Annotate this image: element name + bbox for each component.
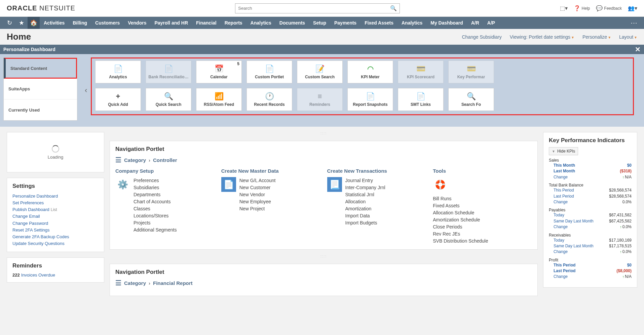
kpi-row[interactable]: Change↑0.0% xyxy=(549,224,632,230)
portlet-card-rss-atom-feed[interactable]: 📶RSS/Atom Feed xyxy=(196,88,242,111)
portlet-card-search-fo[interactable]: 🔍Search Fo xyxy=(448,88,494,111)
crumb-controller[interactable]: Controller xyxy=(153,157,177,163)
sidebar-item-standard-content[interactable]: Standard Content xyxy=(4,58,77,79)
feedback-link[interactable]: 💬Feedback xyxy=(596,5,622,11)
kpi-row[interactable]: Today$17,180,169 xyxy=(549,238,632,243)
kpi-row[interactable]: Change↑N/A xyxy=(549,274,632,280)
nav-link[interactable]: New Project xyxy=(239,205,276,212)
settings-link[interactable]: Personalize Dashboard xyxy=(12,193,99,200)
nav-link[interactable]: Journal Entry xyxy=(345,177,385,184)
portlet-card-kpi-meter[interactable]: ◠KPI Meter xyxy=(347,60,393,83)
portlet-card-custom-search[interactable]: 📝Custom Search xyxy=(297,60,343,83)
nav-analytics[interactable]: Analytics xyxy=(247,17,275,29)
nav-link[interactable]: Departments xyxy=(134,191,177,198)
kpi-row[interactable]: Last Month($318) xyxy=(549,168,632,174)
kpi-row[interactable]: Same Day Last Month$67,425,582 xyxy=(549,218,632,224)
settings-link[interactable]: Change Email xyxy=(12,213,99,220)
nav-billing[interactable]: Billing xyxy=(69,17,91,29)
menu-icon[interactable]: ☰ xyxy=(115,156,121,164)
nav-link[interactable]: New Vendor xyxy=(239,191,276,198)
nav-link[interactable]: New Employee xyxy=(239,198,276,205)
kpi-row[interactable]: This Period$28,568,574 xyxy=(549,187,632,193)
settings-link[interactable]: Set Preferences xyxy=(12,200,99,206)
kpi-row[interactable]: Last Period$28,568,574 xyxy=(549,194,632,199)
help-link[interactable]: ❓Help xyxy=(574,5,590,11)
nav-link[interactable]: Close Periods xyxy=(433,223,532,231)
settings-link[interactable]: Generate 2FA Backup Codes xyxy=(12,234,99,240)
nav-link[interactable]: Inter-Company Jrnl xyxy=(345,184,385,191)
settings-link[interactable]: Reset 2FA Settings xyxy=(12,227,99,234)
create-icon[interactable]: ⬚▾ xyxy=(560,5,568,11)
nav-link[interactable]: Chart of Accounts xyxy=(134,198,177,205)
crumb-financial-report[interactable]: Financial Report xyxy=(153,280,193,286)
nav-link[interactable]: Classes xyxy=(134,205,177,212)
viewing-dropdown[interactable]: Viewing: Portlet date settings▼ xyxy=(510,34,574,40)
kpi-row[interactable]: Today$67,431,582 xyxy=(549,212,632,218)
portlet-card-calendar[interactable]: 📅Calendar5 xyxy=(196,60,242,83)
portlet-card-quick-search[interactable]: 🔍Quick Search xyxy=(146,88,191,111)
nav-link[interactable]: New Customer xyxy=(239,184,276,191)
portlet-card-recent-records[interactable]: 🕐Recent Records xyxy=(247,88,292,111)
kpi-row[interactable]: Change0.0% xyxy=(549,199,632,205)
home-icon[interactable]: 🏠 xyxy=(28,17,40,29)
kpi-row[interactable]: This Month$0 xyxy=(549,163,632,168)
nav-link[interactable]: SVB Distribution Schedule xyxy=(433,238,532,245)
hide-kpis-button[interactable]: ▼ Hide KPIs xyxy=(549,147,578,155)
kpi-row[interactable]: Change↑N/A xyxy=(549,174,632,180)
portlet-card-quick-add[interactable]: +Quick Add xyxy=(95,88,141,111)
roles-icon[interactable]: 👥▾ xyxy=(628,5,637,11)
nav-link[interactable]: Projects xyxy=(134,219,177,226)
nav-link[interactable]: Amortization xyxy=(345,205,385,212)
settings-link[interactable]: Change Password xyxy=(12,220,99,227)
nav-link[interactable]: Import Data xyxy=(345,212,385,219)
nav-link[interactable]: New G/L Account xyxy=(239,177,276,184)
nav-payroll-and-hr[interactable]: Payroll and HR xyxy=(150,17,192,29)
nav-my-dashboard[interactable]: My Dashboard xyxy=(426,17,467,29)
nav-link[interactable]: Locations/Stores xyxy=(134,212,177,219)
nav-setup[interactable]: Setup xyxy=(309,17,330,29)
portlet-card-custom-portlet[interactable]: 📄Custom Portlet xyxy=(247,60,292,83)
kpi-row[interactable]: Change↑0.0% xyxy=(549,249,632,255)
nav-vendors[interactable]: Vendors xyxy=(124,17,150,29)
layout-dropdown[interactable]: Layout▼ xyxy=(619,34,637,40)
nav-link[interactable]: Import Budgets xyxy=(345,219,385,226)
personalize-dropdown[interactable]: Personalize▼ xyxy=(582,34,611,40)
nav-reports[interactable]: Reports xyxy=(221,17,247,29)
publish-list-link[interactable]: List xyxy=(51,207,57,212)
kpi-row[interactable]: Last Period($8,000) xyxy=(549,268,632,274)
history-icon[interactable]: ↻ xyxy=(3,17,15,29)
nav-link[interactable]: Rev Rec JEs xyxy=(433,231,532,238)
nav-fixed-assets[interactable]: Fixed Assets xyxy=(361,17,397,29)
nav-link[interactable]: Allocation xyxy=(345,198,385,205)
nav-link[interactable]: Additional Segments xyxy=(134,226,177,234)
nav-analytics[interactable]: Analytics xyxy=(397,17,426,29)
drag-handle-icon[interactable]: :::: xyxy=(110,132,538,135)
nav-link[interactable]: Subsidiaries xyxy=(134,184,177,191)
more-menu-icon[interactable]: ⋯ xyxy=(631,19,641,27)
nav-link[interactable]: Fixed Assets xyxy=(433,202,532,209)
nav-link[interactable]: Allocation Schedule xyxy=(433,209,532,216)
nav-activities[interactable]: Activities xyxy=(40,17,69,29)
nav-a-r[interactable]: A/R xyxy=(467,17,483,29)
nav-link[interactable]: Preferences xyxy=(134,177,177,184)
search-input[interactable] xyxy=(238,6,390,11)
sidebar-item-currently-used[interactable]: Currently Used xyxy=(4,99,77,120)
nav-financial[interactable]: Financial xyxy=(192,17,221,29)
sidebar-item-suiteapps[interactable]: SuiteApps xyxy=(4,79,77,99)
kpi-row[interactable]: This Period$0 xyxy=(549,262,632,268)
kpi-row[interactable]: Same Day Last Month$17,178,515 xyxy=(549,243,632,249)
change-subsidiary-link[interactable]: Change Subsidiary xyxy=(462,34,501,40)
global-search[interactable]: 🔍 xyxy=(235,3,400,13)
nav-payments[interactable]: Payments xyxy=(330,17,361,29)
search-icon[interactable]: 🔍 xyxy=(390,5,397,11)
menu-icon[interactable]: ☰ xyxy=(115,279,121,287)
reminder-item[interactable]: 222Invoices Overdue xyxy=(12,273,99,278)
nav-customers[interactable]: Customers xyxy=(91,17,124,29)
nav-link[interactable]: Bill Runs xyxy=(433,195,532,202)
nav-documents[interactable]: Documents xyxy=(275,17,309,29)
crumb-category[interactable]: Category xyxy=(124,157,146,163)
portlet-card-report-snapshots[interactable]: 📄Report Snapshots xyxy=(347,88,393,111)
portlet-card-analytics[interactable]: 📄Analytics xyxy=(95,60,141,83)
nav-link[interactable]: Amortization Schedule xyxy=(433,216,532,223)
crumb-category[interactable]: Category xyxy=(124,280,146,286)
